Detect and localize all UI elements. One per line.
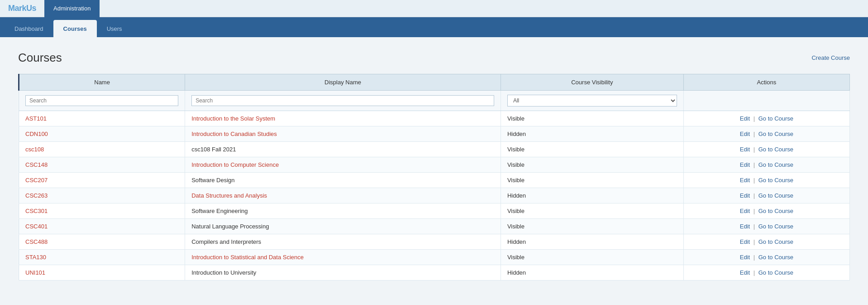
edit-link[interactable]: Edit [740,115,750,122]
course-name-cell: STA130 [19,250,185,265]
top-bar: MarkUs Administration [0,0,868,17]
course-visibility-cell: Visible [501,157,683,173]
go-to-course-link[interactable]: Go to Course [758,238,793,245]
main-content: Courses Create Course Name Display Name … [0,37,868,294]
course-display-link[interactable]: Introduction to Statistical and Data Sci… [191,254,304,261]
course-visibility-cell: Visible [501,111,683,126]
course-visibility-text: Hidden [507,269,526,276]
course-display-text: Software Design [191,177,234,184]
create-course-button[interactable]: Create Course [811,54,850,61]
course-display-link[interactable]: Data Structures and Analysis [191,192,267,199]
table-header-row: Name Display Name Course Visibility Acti… [19,74,850,91]
go-to-course-link[interactable]: Go to Course [758,254,793,261]
edit-link[interactable]: Edit [740,192,750,199]
table-row: CSC263Data Structures and AnalysisHidden… [19,188,850,203]
filter-name-input[interactable] [25,95,178,106]
edit-link[interactable]: Edit [740,254,750,261]
nav-bar: Dashboard Courses Users [0,17,868,37]
edit-link[interactable]: Edit [740,223,750,230]
go-to-course-link[interactable]: Go to Course [758,115,793,122]
course-display-link[interactable]: Introduction to Canadian Studies [191,131,277,137]
course-name-cell: CSC263 [19,188,185,203]
course-visibility-text: Hidden [507,238,526,245]
logo-mark: Mark [8,4,26,13]
app-logo[interactable]: MarkUs [0,4,44,13]
course-actions-cell: Edit | Go to Course [683,126,849,142]
go-to-course-link[interactable]: Go to Course [758,223,793,230]
course-visibility-text: Visible [507,223,525,230]
edit-link[interactable]: Edit [740,269,750,276]
filter-actions-cell [683,91,849,111]
course-visibility-text: Visible [507,254,525,261]
course-name-cell: UNI101 [19,265,185,281]
page-header: Courses Create Course [18,51,850,65]
table-row: CSC148Introduction to Computer ScienceVi… [19,157,850,173]
go-to-course-link[interactable]: Go to Course [758,131,793,137]
course-display-cell: Compilers and Interpreters [185,234,501,250]
course-display-cell: Data Structures and Analysis [185,188,501,203]
course-display-text: Introduction to University [191,269,256,276]
course-name-link[interactable]: CSC207 [25,177,48,184]
courses-table: Name Display Name Course Visibility Acti… [18,74,850,281]
filter-display-input[interactable] [191,95,494,106]
course-name-link[interactable]: CSC401 [25,223,48,230]
course-visibility-cell: Hidden [501,234,683,250]
page-title: Courses [18,51,62,65]
course-display-cell: Software Design [185,173,501,188]
filter-visibility-select[interactable]: All Visible Hidden [507,95,677,107]
course-display-cell: Introduction to University [185,265,501,281]
go-to-course-link[interactable]: Go to Course [758,269,793,276]
table-row: AST101Introduction to the Solar SystemVi… [19,111,850,126]
table-row: UNI101Introduction to UniversityHiddenEd… [19,265,850,281]
course-actions-cell: Edit | Go to Course [683,111,849,126]
course-actions-cell: Edit | Go to Course [683,250,849,265]
course-visibility-text: Hidden [507,131,526,137]
edit-link[interactable]: Edit [740,208,750,214]
action-separator: | [752,115,757,122]
course-visibility-cell: Visible [501,219,683,234]
tab-users[interactable]: Users [97,20,132,37]
go-to-course-link[interactable]: Go to Course [758,146,793,153]
course-display-link[interactable]: Introduction to the Solar System [191,115,275,122]
logo-us: Us [26,4,36,13]
edit-link[interactable]: Edit [740,177,750,184]
tab-dashboard[interactable]: Dashboard [5,20,53,37]
course-actions-cell: Edit | Go to Course [683,203,849,219]
action-separator: | [752,223,757,230]
course-name-cell: CSC148 [19,157,185,173]
go-to-course-link[interactable]: Go to Course [758,161,793,168]
action-separator: | [752,208,757,214]
courses-tbody: AST101Introduction to the Solar SystemVi… [19,111,850,281]
action-separator: | [752,177,757,184]
course-name-link[interactable]: CDN100 [25,131,48,137]
edit-link[interactable]: Edit [740,146,750,153]
course-name-link[interactable]: csc108 [25,146,44,153]
course-name-link[interactable]: STA130 [25,254,46,261]
course-display-link[interactable]: Introduction to Computer Science [191,161,279,168]
filter-visibility-cell: All Visible Hidden [501,91,683,111]
go-to-course-link[interactable]: Go to Course [758,177,793,184]
course-actions-cell: Edit | Go to Course [683,157,849,173]
course-name-link[interactable]: CSC148 [25,161,48,168]
table-row: csc108csc108 Fall 2021VisibleEdit | Go t… [19,142,850,157]
action-separator: | [752,254,757,261]
go-to-course-link[interactable]: Go to Course [758,208,793,214]
course-actions-cell: Edit | Go to Course [683,234,849,250]
go-to-course-link[interactable]: Go to Course [758,192,793,199]
tab-courses[interactable]: Courses [53,20,97,37]
table-row: CSC488Compilers and InterpretersHiddenEd… [19,234,850,250]
course-name-link[interactable]: CSC301 [25,208,48,214]
filter-row: All Visible Hidden [19,91,850,111]
edit-link[interactable]: Edit [740,238,750,245]
course-display-text: csc108 Fall 2021 [191,146,236,153]
edit-link[interactable]: Edit [740,131,750,137]
header-display-name: Display Name [185,74,501,91]
course-visibility-cell: Hidden [501,265,683,281]
course-name-link[interactable]: UNI101 [25,269,45,276]
course-visibility-text: Visible [507,161,525,168]
course-name-link[interactable]: CSC488 [25,238,48,245]
course-name-link[interactable]: CSC263 [25,192,48,199]
course-name-link[interactable]: AST101 [25,115,47,122]
course-display-cell: csc108 Fall 2021 [185,142,501,157]
edit-link[interactable]: Edit [740,161,750,168]
